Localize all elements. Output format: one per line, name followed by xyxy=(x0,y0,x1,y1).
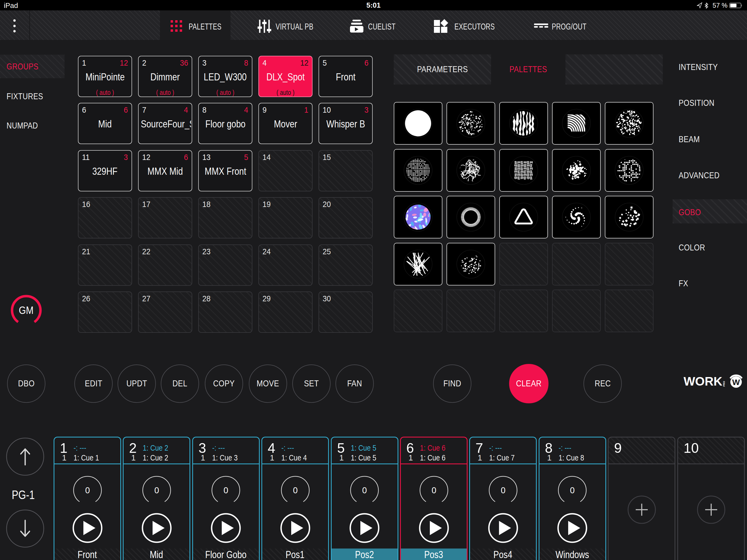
svg-text:0: 0 xyxy=(432,486,436,495)
svg-text:W: W xyxy=(732,378,740,387)
svg-text:0: 0 xyxy=(293,486,298,495)
svg-text:0: 0 xyxy=(500,486,505,495)
svg-text:0: 0 xyxy=(85,486,90,495)
svg-text:57 %: 57 % xyxy=(713,2,728,9)
svg-text:WORK: WORK xyxy=(684,375,722,388)
svg-text:0: 0 xyxy=(223,486,228,495)
svg-text:0: 0 xyxy=(154,486,159,495)
svg-text:0: 0 xyxy=(570,486,574,495)
svg-text:0: 0 xyxy=(362,486,367,495)
svg-text:PRO: PRO xyxy=(722,381,725,387)
